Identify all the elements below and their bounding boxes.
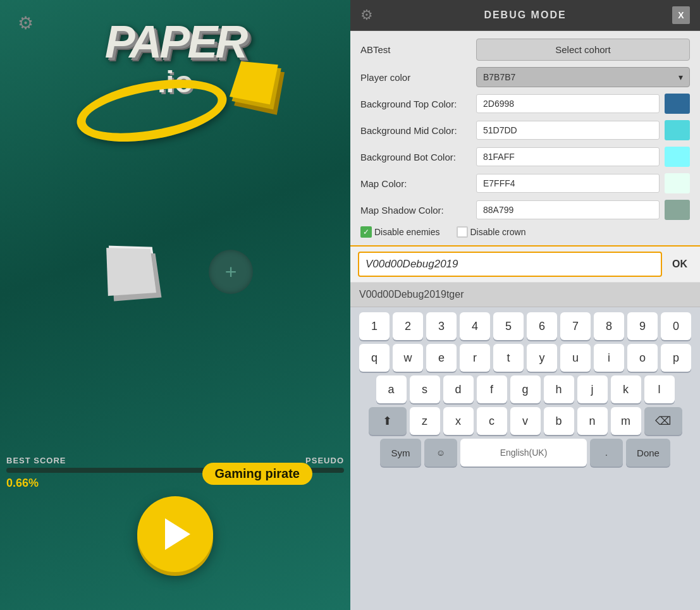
abtest-row: ABTest Select cohort [360, 39, 690, 61]
key-3[interactable]: 3 [426, 312, 457, 340]
crown-uncheck-icon [457, 226, 468, 238]
abtest-label: ABTest [360, 44, 471, 55]
add-button[interactable]: + [209, 250, 253, 294]
map-color-input-group [476, 173, 690, 193]
player-color-label: Player color [360, 72, 471, 83]
keyboard-row-qwerty: q w e r t y u i o p [353, 344, 697, 372]
map-shadow-swatch[interactable] [665, 200, 690, 220]
bg-mid-color-input[interactable] [476, 121, 660, 140]
space-key[interactable]: English(UK) [460, 439, 587, 467]
disable-crown-label: Disable crown [470, 227, 526, 237]
key-6[interactable]: 6 [527, 312, 557, 340]
map-shadow-input-group [476, 200, 690, 220]
play-icon [165, 518, 190, 550]
key-b[interactable]: b [544, 407, 574, 435]
bg-bot-color-swatch[interactable] [665, 147, 690, 167]
bg-bot-color-row: Background Bot Color: [360, 147, 690, 167]
key-f[interactable]: f [477, 375, 507, 403]
map-color-swatch[interactable] [665, 173, 690, 193]
map-shadow-color-row: Map Shadow Color: [360, 200, 690, 220]
key-e[interactable]: e [426, 344, 457, 372]
player-color-value: B7B7B7 [483, 72, 515, 82]
key-z[interactable]: z [410, 407, 440, 435]
key-g[interactable]: g [510, 375, 541, 403]
emoji-key[interactable]: ☺ [424, 439, 457, 467]
player-color-row: Player color B7B7B7 ▾ [360, 67, 690, 87]
player-color-select[interactable]: B7B7B7 ▾ [476, 67, 690, 87]
autocomplete-suggestion[interactable]: V00d00Debug2019tger [350, 283, 700, 307]
key-y[interactable]: y [527, 344, 557, 372]
close-button[interactable]: X [672, 6, 690, 24]
key-2[interactable]: 2 [393, 312, 423, 340]
backspace-key[interactable]: ⌫ [644, 407, 682, 435]
player-name-badge: Gaming pirate [202, 463, 312, 485]
disable-enemies-label: Disable enemies [374, 227, 440, 237]
select-cohort-button[interactable]: Select cohort [476, 39, 690, 61]
key-0[interactable]: 0 [661, 312, 691, 340]
key-h[interactable]: h [544, 375, 574, 403]
backspace-icon: ⌫ [655, 414, 671, 428]
bg-bot-color-input-group [476, 147, 690, 167]
debug-settings: ABTest Select cohort Player color B7B7B7… [350, 31, 700, 245]
white-cube-decoration [106, 248, 156, 296]
best-score-label: BEST SCORE [6, 456, 66, 465]
bg-mid-label: Background Mid Color: [360, 125, 471, 136]
key-t[interactable]: t [493, 344, 524, 372]
key-w[interactable]: w [393, 344, 423, 372]
key-p[interactable]: p [661, 344, 691, 372]
key-d[interactable]: d [443, 375, 474, 403]
disable-crown-checkbox[interactable]: Disable crown [457, 226, 526, 238]
debug-panel: ⚙ DEBUG MODE X ABTest Select cohort Play… [350, 0, 700, 610]
key-x[interactable]: x [443, 407, 474, 435]
keyboard-row-numbers: 1 2 3 4 5 6 7 8 9 0 [353, 312, 697, 340]
game-panel: ⚙ PAPER .io + BEST SCORE PSEUDO 0.66% Ga… [0, 0, 350, 610]
emoji-icon: ☺ [436, 448, 445, 458]
key-s[interactable]: s [410, 375, 440, 403]
key-a[interactable]: a [376, 375, 407, 403]
key-1[interactable]: 1 [359, 312, 390, 340]
key-j[interactable]: j [577, 375, 608, 403]
debug-code-input[interactable] [358, 252, 662, 277]
done-key[interactable]: Done [626, 439, 670, 467]
map-shadow-input[interactable] [476, 200, 660, 219]
key-n[interactable]: n [577, 407, 608, 435]
key-5[interactable]: 5 [493, 312, 524, 340]
enemies-check-icon: ✓ [360, 226, 372, 238]
shift-key[interactable]: ⬆ [369, 407, 407, 435]
key-7[interactable]: 7 [560, 312, 591, 340]
keyboard-row-bottom: Sym ☺ English(UK) . Done [353, 439, 697, 467]
key-l[interactable]: l [644, 375, 675, 403]
key-c[interactable]: c [477, 407, 507, 435]
bg-bot-color-input[interactable] [476, 147, 660, 166]
key-o[interactable]: o [627, 344, 658, 372]
debug-gear-icon: ⚙ [360, 7, 378, 23]
map-color-row: Map Color: [360, 173, 690, 193]
map-shadow-label: Map Shadow Color: [360, 205, 471, 216]
key-r[interactable]: r [460, 344, 490, 372]
map-color-input[interactable] [476, 174, 660, 193]
settings-gear-icon[interactable]: ⚙ [14, 11, 37, 34]
key-9[interactable]: 9 [627, 312, 658, 340]
chevron-down-icon: ▾ [679, 72, 683, 82]
bg-top-color-swatch[interactable] [665, 94, 690, 114]
disable-enemies-checkbox[interactable]: ✓ Disable enemies [360, 226, 440, 238]
play-button[interactable] [137, 496, 213, 572]
key-u[interactable]: u [560, 344, 591, 372]
bg-mid-color-row: Background Mid Color: [360, 120, 690, 140]
bg-top-label: Background Top Color: [360, 99, 471, 109]
key-q[interactable]: q [359, 344, 390, 372]
pseudo-label: PSEUDO [305, 456, 344, 465]
key-4[interactable]: 4 [460, 312, 490, 340]
bg-top-color-input[interactable] [476, 94, 660, 113]
bg-top-color-input-group [476, 94, 690, 114]
key-k[interactable]: k [611, 375, 641, 403]
key-v[interactable]: v [510, 407, 541, 435]
bg-mid-color-swatch[interactable] [665, 120, 690, 140]
ok-button[interactable]: OK [667, 256, 692, 272]
key-8[interactable]: 8 [594, 312, 624, 340]
sym-key[interactable]: Sym [380, 439, 421, 467]
key-i[interactable]: i [594, 344, 624, 372]
period-key[interactable]: . [590, 439, 623, 467]
key-m[interactable]: m [611, 407, 641, 435]
bg-mid-color-input-group [476, 120, 690, 140]
